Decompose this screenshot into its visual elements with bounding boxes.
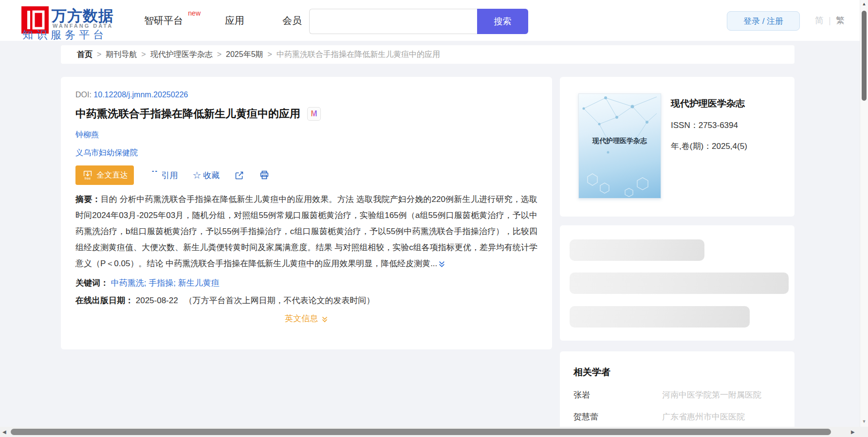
volume-value: 2025,4(5)	[712, 142, 747, 151]
nav-item-apps[interactable]: 应用	[225, 0, 244, 41]
print-button[interactable]	[259, 170, 270, 181]
related-scholars-title: 相关学者	[573, 366, 794, 379]
scroll-down-arrow-icon[interactable]	[860, 419, 868, 424]
svg-text:free: free	[84, 176, 91, 181]
breadcrumb-separator: >	[268, 50, 272, 59]
issn-value: 2753-6394	[699, 121, 738, 130]
article-title: 中药熏洗联合手指操在降低新生儿黄疸中的应用	[75, 107, 300, 121]
article-card: DOI: 10.12208/j.jmnm.20250226 中药熏洗联合手指操在…	[61, 77, 552, 349]
author-row: 钟柳燕	[75, 130, 537, 140]
cite-button[interactable]: 引用	[150, 170, 178, 181]
online-date-row: 在线出版日期： 2025-08-22 （万方平台首次上网日期，不代表论文的发表时…	[75, 295, 537, 306]
nav-item-zhiyan[interactable]: 智研平台 new	[144, 0, 183, 41]
article-actions: free 全文直达 引用 收藏	[75, 165, 537, 185]
scholar-org: 广东省惠州市中医医院	[662, 411, 745, 422]
journal-volume-row: 年,卷(期)：2025,4(5)	[671, 141, 783, 152]
vertical-scrollbar[interactable]	[860, 0, 868, 427]
horizontal-scroll-thumb[interactable]	[11, 429, 831, 435]
online-date: 2025-08-22	[136, 296, 178, 305]
fulltext-label: 全文直达	[97, 170, 128, 181]
skeleton-bar	[570, 273, 789, 294]
login-register-button[interactable]: 登录 / 注册	[727, 11, 800, 31]
share-button[interactable]	[234, 170, 244, 181]
chevron-double-down-icon	[321, 315, 328, 325]
abstract: 摘要：目的 分析中药熏洗联合手指操在降低新生儿黄疸中的应用效果。方法 选取我院产…	[75, 191, 537, 273]
nav-item-label: 智研平台	[144, 15, 183, 26]
keyword-separator: ;	[173, 278, 176, 288]
keyword-link[interactable]: 手指操	[148, 278, 173, 288]
english-info-row: 英文信息	[75, 313, 537, 325]
keyword-link[interactable]: 中药熏洗	[111, 278, 144, 288]
chevron-double-down-icon[interactable]	[438, 257, 445, 273]
scholar-org: 河南中医学院第一附属医院	[662, 389, 761, 401]
vertical-scroll-thumb[interactable]	[862, 11, 867, 101]
doi-link[interactable]: 10.12208/j.jmnm.20250226	[93, 91, 188, 99]
title-row: 中药熏洗联合手指操在降低新生儿黄疸中的应用 M	[75, 107, 537, 121]
keyword-link[interactable]: 新生儿黄疸	[178, 278, 220, 288]
fulltext-button[interactable]: free 全文直达	[75, 165, 134, 185]
scholar-name[interactable]: 张岩	[573, 389, 662, 401]
nav-item-member[interactable]: 会员	[282, 0, 302, 41]
nav-item-label: 应用	[225, 15, 244, 26]
breadcrumb: 首页 > 期刊导航 > 现代护理医学杂志 > 2025年5期 > 中药熏洗联合手…	[61, 45, 794, 64]
keywords-label: 关键词：	[75, 278, 109, 288]
keyword-separator: ;	[144, 278, 147, 288]
keywords-row: 关键词： 中药熏洗; 手指操; 新生儿黄疸	[75, 277, 537, 289]
metric-badge[interactable]: M	[307, 107, 321, 121]
search-bar: 搜索	[309, 9, 528, 34]
journal-cover-title: 现代护理医学杂志	[579, 137, 661, 146]
breadcrumb-item-home[interactable]: 首页	[77, 50, 92, 60]
journal-cover[interactable]: 现代护理医学杂志	[578, 93, 661, 199]
institution-row: 义乌市妇幼保健院	[75, 148, 537, 158]
favorite-label: 收藏	[203, 170, 220, 181]
related-scholars-card: 相关学者 张岩 河南中医学院第一附属医院 贺慧蕾 广东省惠州市中医医院	[560, 351, 794, 437]
horizontal-scrollbar[interactable]	[0, 427, 868, 437]
breadcrumb-item-issue[interactable]: 2025年5期	[226, 50, 263, 60]
brand-tagline: 知识服务平台	[22, 28, 107, 42]
metric-badge-letter: M	[311, 109, 317, 118]
abstract-text: 目的 分析中药熏洗联合手指操在降低新生儿黄疸中的应用效果。方法 选取我院产妇分娩…	[75, 195, 537, 268]
breadcrumb-item-journal-nav[interactable]: 期刊导航	[106, 50, 137, 60]
english-info-toggle[interactable]: 英文信息	[285, 314, 328, 323]
abstract-label: 摘要：	[75, 195, 101, 204]
issn-label: ISSN：	[671, 121, 699, 130]
volume-label: 年,卷(期)：	[671, 142, 712, 151]
author-link[interactable]: 钟柳燕	[75, 130, 99, 139]
fulltext-free-icon: free	[82, 169, 93, 181]
scroll-right-arrow-icon[interactable]	[851, 429, 855, 435]
doi-row: DOI: 10.12208/j.jmnm.20250226	[75, 91, 537, 99]
language-toggle: 简 | 繁	[815, 0, 845, 41]
cite-label: 引用	[161, 170, 178, 181]
breadcrumb-item-journal[interactable]: 现代护理医学杂志	[150, 50, 213, 60]
print-icon	[259, 170, 270, 181]
journal-issn-row: ISSN：2753-6394	[671, 120, 783, 131]
skeleton-bar	[570, 239, 704, 261]
search-button[interactable]: 搜索	[477, 9, 528, 34]
journal-name[interactable]: 现代护理医学杂志	[671, 97, 783, 110]
doi-label: DOI:	[75, 91, 92, 99]
new-badge: new	[188, 10, 201, 17]
scroll-left-arrow-icon[interactable]	[2, 429, 6, 435]
scholar-name[interactable]: 贺慧蕾	[573, 411, 662, 422]
breadcrumb-separator: >	[141, 50, 146, 59]
nav-item-label: 会员	[282, 15, 302, 26]
online-date-note: （万方平台首次上网日期，不代表论文的发表时间）	[184, 296, 374, 305]
journal-info: 现代护理医学杂志 ISSN：2753-6394 年,卷(期)：2025,4(5)	[671, 97, 783, 152]
lang-traditional[interactable]: 繁	[836, 15, 845, 26]
institution-link[interactable]: 义乌市妇幼保健院	[75, 148, 138, 157]
lang-divider: |	[829, 16, 831, 26]
search-input[interactable]	[309, 9, 477, 34]
header: 万方数据 WANFANG DATA 知识服务平台 智研平台 new 应用 会员 …	[0, 0, 860, 41]
star-icon	[192, 170, 201, 180]
favorite-button[interactable]: 收藏	[192, 170, 220, 181]
scroll-up-arrow-icon[interactable]	[860, 1, 868, 6]
scholar-row: 贺慧蕾 广东省惠州市中医医院	[573, 411, 794, 422]
breadcrumb-separator: >	[217, 50, 222, 59]
journal-card: 现代护理医学杂志 现代护理医学杂志 ISSN：2753-6394 年,卷(期)：…	[560, 77, 794, 217]
share-icon	[234, 170, 244, 181]
online-date-label: 在线出版日期：	[75, 296, 133, 305]
scholar-row: 张岩 河南中医学院第一附属医院	[573, 389, 794, 401]
skeleton-card	[560, 225, 794, 341]
english-info-label: 英文信息	[285, 314, 318, 323]
lang-simplified[interactable]: 简	[815, 15, 824, 26]
